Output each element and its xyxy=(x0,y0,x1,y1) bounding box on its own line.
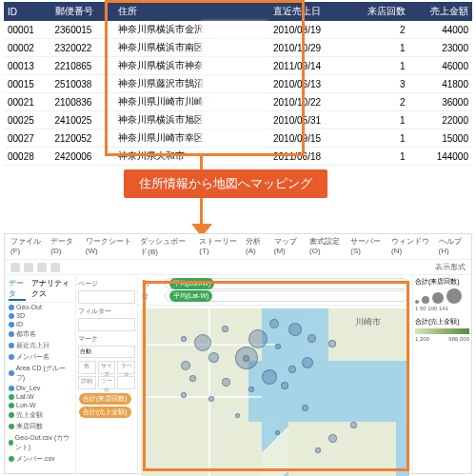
field-item[interactable]: Area CD (グループ) xyxy=(7,363,73,384)
menu-item[interactable]: 分析(A) xyxy=(246,236,267,257)
table-row: 000282420006神奈川県大和市2011/06/181144000 xyxy=(4,148,472,166)
table-row: 000272120052神奈川県川崎市幸区2010/09/15115000 xyxy=(4,129,472,148)
legend-amount-title: 合計(売上金額) xyxy=(415,317,469,327)
marks-pane: ページ フィルター マーク 自動 色 サイズ ラベル 詳細 ツール 合計(来店回… xyxy=(76,275,138,476)
mark-tooltip[interactable]: ツール xyxy=(98,376,116,389)
map-bubble[interactable] xyxy=(275,344,281,349)
data-pane: データ アナリティクス Geo-Out 3DID都市名最近売上日メンバー名Are… xyxy=(5,275,76,476)
th-addr: 住所 xyxy=(114,2,269,21)
map-bubble[interactable] xyxy=(222,326,228,332)
table-row: 000152510038神奈川県藤沢市鵠沼2010/06/13341800 xyxy=(4,75,472,93)
map-bubble[interactable] xyxy=(262,369,277,385)
view-area: 列 平均(Lon-W) 行 平均(Lat-W) 川崎市 © 2022 Mapbo… xyxy=(138,275,412,476)
map-bubble[interactable] xyxy=(235,413,240,418)
columns-label: 列 xyxy=(142,279,161,288)
toolbar-icon[interactable] xyxy=(24,263,33,272)
size-legend xyxy=(415,288,469,304)
toolbar-icon[interactable] xyxy=(37,263,47,272)
field-item[interactable]: 最近売上日 xyxy=(7,340,73,351)
menu-item[interactable]: ウィンドウ(N) xyxy=(391,236,431,257)
field-item[interactable]: Lon-W xyxy=(7,401,73,409)
toolbar-icon[interactable] xyxy=(50,263,60,272)
pill-amount[interactable]: 合計(売上金額) xyxy=(79,407,131,418)
th-id: ID xyxy=(4,2,51,21)
menu-item[interactable]: ストーリー(T) xyxy=(199,236,238,257)
th-amount: 売上金額 xyxy=(409,2,472,21)
table-row: 000252410025神奈川県横浜市旭区2010/05/31122000 xyxy=(4,111,472,129)
map-bubble[interactable] xyxy=(208,352,219,363)
legend-min: 1,200 xyxy=(415,336,429,342)
tableau-window: ファイル(F)データ(D)ワークシート(W)ダッシュボード(B)ストーリー(T)… xyxy=(4,233,472,474)
menu-item[interactable]: ヘルプ(H) xyxy=(439,236,466,257)
field-item[interactable]: Div_Lev xyxy=(7,384,73,392)
menu-item[interactable]: 書式設定(O) xyxy=(309,236,343,257)
field-item[interactable]: メンバー.csv xyxy=(7,453,73,465)
map-bubble[interactable] xyxy=(288,323,302,336)
pill-lat[interactable]: 平均(Lat-W) xyxy=(169,290,212,302)
map-viz[interactable]: 川崎市 © 2022 Mapbox © OpenStreetMap xyxy=(141,308,409,476)
marks-shelf: マーク xyxy=(78,334,135,344)
toolbar-icon[interactable] xyxy=(10,263,20,272)
rows-label: 行 xyxy=(142,291,161,301)
legend-pane: 合計(来店回数) 1 50 100 141 合計(売上金額) 1,200 986… xyxy=(412,275,471,476)
mark-label[interactable]: ラベル xyxy=(117,361,135,374)
rows-shelf[interactable]: 平均(Lat-W) xyxy=(165,290,408,302)
data-table: ID 郵便番号 住所 直近売上日 来店回数 売上金額 000012360015神… xyxy=(4,2,472,166)
mark-shape[interactable] xyxy=(117,376,135,389)
th-visits: 来店回数 xyxy=(346,2,408,21)
field-item[interactable]: メンバー名 xyxy=(7,351,73,363)
table-row: 000212100836神奈川県川崎市川崎区2010/10/22236000 xyxy=(4,93,472,111)
menu-bar: ファイル(F)データ(D)ワークシート(W)ダッシュボード(B)ストーリー(T)… xyxy=(5,234,471,260)
map-bubble[interactable] xyxy=(208,396,214,402)
menu-item[interactable]: ワークシート(W) xyxy=(86,236,132,257)
callout-label: 住所情報から地図へマッピング xyxy=(124,169,327,198)
tab-analytics[interactable]: アナリティクス xyxy=(31,278,71,301)
tab-data[interactable]: データ xyxy=(9,278,26,301)
table-row: 000022320022神奈川県横浜市南区2010/10/29123000 xyxy=(4,39,472,57)
field-item[interactable]: 3D xyxy=(7,311,73,320)
columns-shelf[interactable]: 平均(Lon-W) xyxy=(165,278,408,289)
map-bubble[interactable] xyxy=(350,422,357,428)
menu-item[interactable]: データ(D) xyxy=(50,236,78,257)
filters-shelf: フィルター xyxy=(78,307,135,316)
table-header-row: ID 郵便番号 住所 直近売上日 来店回数 売上金額 xyxy=(4,2,472,21)
legend-max: 986,000 xyxy=(448,336,469,342)
pages-shelf: ページ xyxy=(78,279,135,288)
toolbar: 表示形式 xyxy=(5,260,471,275)
map-bubble[interactable] xyxy=(222,378,230,387)
pages-slot[interactable] xyxy=(78,290,135,304)
mark-color[interactable]: 色 xyxy=(78,361,96,374)
th-zip: 郵便番号 xyxy=(51,2,114,21)
field-item[interactable]: ID xyxy=(7,320,73,328)
db-icon xyxy=(9,305,14,310)
table-row: 000132210865神奈川県横浜市神奈川区2011/09/14146000 xyxy=(4,57,472,75)
pill-visits[interactable]: 合計(来店回数) xyxy=(79,393,131,405)
legend-visits-title: 合計(来店回数) xyxy=(415,277,469,287)
datasource[interactable]: Geo-Out xyxy=(7,303,73,311)
map-bubble[interactable] xyxy=(189,375,196,382)
map-bubble[interactable] xyxy=(281,382,288,389)
mark-size[interactable]: サイズ xyxy=(98,361,116,374)
menu-item[interactable]: マップ(M) xyxy=(274,236,302,257)
field-item[interactable]: 売上金額 xyxy=(7,409,73,421)
menu-item[interactable]: ファイル(F) xyxy=(10,236,43,257)
th-date: 直近売上日 xyxy=(269,2,346,21)
menu-item[interactable]: サーバー(S) xyxy=(350,236,384,257)
map-bubble[interactable] xyxy=(302,405,308,411)
field-item[interactable]: 都市名 xyxy=(7,328,73,340)
showme-button[interactable]: 表示形式 xyxy=(435,262,466,272)
menu-item[interactable]: ダッシュボード(B) xyxy=(140,236,191,257)
marks-dropdown[interactable]: 自動 xyxy=(78,346,135,358)
field-item[interactable]: 来店回数 xyxy=(7,421,73,432)
pill-lon[interactable]: 平均(Lon-W) xyxy=(169,278,214,289)
filters-slot[interactable] xyxy=(78,318,135,331)
map-bubble[interactable] xyxy=(248,329,268,348)
color-legend xyxy=(415,328,469,334)
mark-detail[interactable]: 詳細 xyxy=(78,376,96,389)
table-row: 000012360015神奈川県横浜市金沢区2010/03/19244000 xyxy=(4,21,472,39)
city-label: 川崎市 xyxy=(355,316,381,328)
field-item[interactable]: Lat-W xyxy=(7,392,73,401)
field-item[interactable]: Geo-Out.csv (カウント) xyxy=(7,432,73,453)
